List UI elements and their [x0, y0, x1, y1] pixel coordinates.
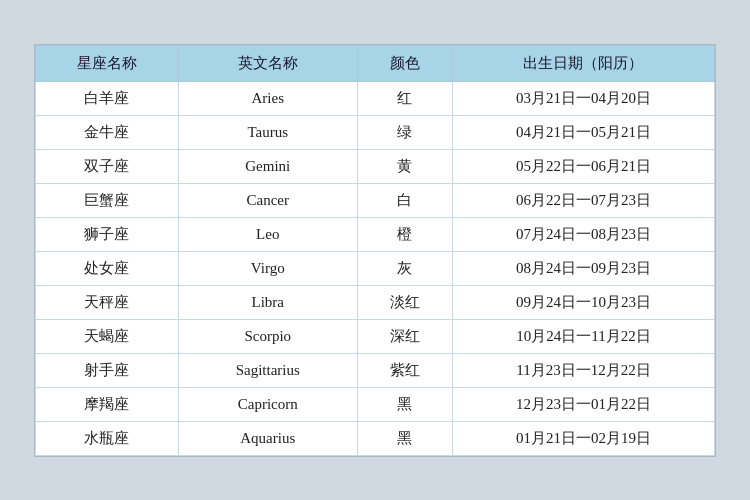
header-en: 英文名称: [178, 45, 357, 81]
cell-en: Libra: [178, 285, 357, 319]
cell-date: 10月24日一11月22日: [452, 319, 714, 353]
table-row: 巨蟹座Cancer白06月22日一07月23日: [36, 183, 715, 217]
header-color: 颜色: [357, 45, 452, 81]
cell-color: 深红: [357, 319, 452, 353]
cell-en: Leo: [178, 217, 357, 251]
cell-en: Virgo: [178, 251, 357, 285]
cell-date: 07月24日一08月23日: [452, 217, 714, 251]
table-row: 射手座Sagittarius紫红11月23日一12月22日: [36, 353, 715, 387]
cell-en: Aquarius: [178, 421, 357, 455]
table-row: 天蝎座Scorpio深红10月24日一11月22日: [36, 319, 715, 353]
header-date: 出生日期（阳历）: [452, 45, 714, 81]
table-row: 白羊座Aries红03月21日一04月20日: [36, 81, 715, 115]
cell-en: Capricorn: [178, 387, 357, 421]
cell-color: 橙: [357, 217, 452, 251]
cell-date: 03月21日一04月20日: [452, 81, 714, 115]
cell-zh: 狮子座: [36, 217, 179, 251]
cell-date: 09月24日一10月23日: [452, 285, 714, 319]
zodiac-table: 星座名称 英文名称 颜色 出生日期（阳历） 白羊座Aries红03月21日一04…: [35, 45, 715, 456]
cell-color: 黑: [357, 421, 452, 455]
cell-color: 淡红: [357, 285, 452, 319]
cell-zh: 射手座: [36, 353, 179, 387]
table-body: 白羊座Aries红03月21日一04月20日金牛座Taurus绿04月21日一0…: [36, 81, 715, 455]
cell-date: 06月22日一07月23日: [452, 183, 714, 217]
cell-en: Aries: [178, 81, 357, 115]
table-row: 狮子座Leo橙07月24日一08月23日: [36, 217, 715, 251]
cell-zh: 摩羯座: [36, 387, 179, 421]
cell-date: 11月23日一12月22日: [452, 353, 714, 387]
table-row: 摩羯座Capricorn黑12月23日一01月22日: [36, 387, 715, 421]
cell-date: 05月22日一06月21日: [452, 149, 714, 183]
zodiac-table-wrapper: 星座名称 英文名称 颜色 出生日期（阳历） 白羊座Aries红03月21日一04…: [34, 44, 716, 457]
cell-color: 紫红: [357, 353, 452, 387]
cell-date: 01月21日一02月19日: [452, 421, 714, 455]
cell-zh: 白羊座: [36, 81, 179, 115]
cell-color: 黄: [357, 149, 452, 183]
table-header-row: 星座名称 英文名称 颜色 出生日期（阳历）: [36, 45, 715, 81]
cell-color: 红: [357, 81, 452, 115]
cell-en: Taurus: [178, 115, 357, 149]
table-row: 水瓶座Aquarius黑01月21日一02月19日: [36, 421, 715, 455]
cell-en: Scorpio: [178, 319, 357, 353]
cell-zh: 天蝎座: [36, 319, 179, 353]
table-row: 处女座Virgo灰08月24日一09月23日: [36, 251, 715, 285]
cell-zh: 天秤座: [36, 285, 179, 319]
cell-color: 黑: [357, 387, 452, 421]
table-row: 双子座Gemini黄05月22日一06月21日: [36, 149, 715, 183]
cell-en: Gemini: [178, 149, 357, 183]
cell-zh: 金牛座: [36, 115, 179, 149]
cell-date: 08月24日一09月23日: [452, 251, 714, 285]
cell-en: Sagittarius: [178, 353, 357, 387]
cell-zh: 巨蟹座: [36, 183, 179, 217]
cell-zh: 水瓶座: [36, 421, 179, 455]
cell-color: 白: [357, 183, 452, 217]
header-zh: 星座名称: [36, 45, 179, 81]
cell-date: 12月23日一01月22日: [452, 387, 714, 421]
table-row: 金牛座Taurus绿04月21日一05月21日: [36, 115, 715, 149]
cell-color: 灰: [357, 251, 452, 285]
table-row: 天秤座Libra淡红09月24日一10月23日: [36, 285, 715, 319]
cell-en: Cancer: [178, 183, 357, 217]
cell-color: 绿: [357, 115, 452, 149]
cell-zh: 双子座: [36, 149, 179, 183]
cell-zh: 处女座: [36, 251, 179, 285]
cell-date: 04月21日一05月21日: [452, 115, 714, 149]
